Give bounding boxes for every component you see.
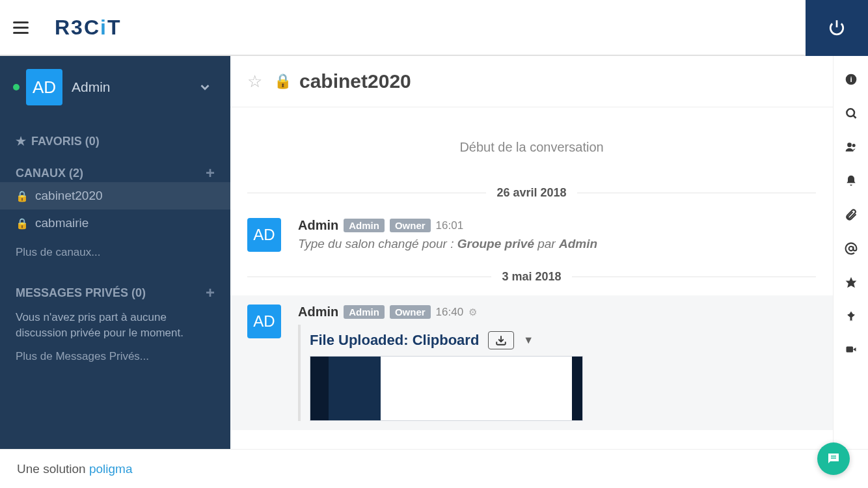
svg-rect-10: [846, 347, 853, 353]
search-icon[interactable]: [845, 107, 858, 122]
favorite-toggle[interactable]: ☆: [247, 72, 262, 92]
collapse-attachment-button[interactable]: ▼: [523, 334, 534, 346]
footer: Une solution poligma: [0, 449, 868, 488]
message-time: 16:40: [436, 306, 464, 319]
message-text: Type du salon changé pour : Groupe privé…: [298, 233, 816, 251]
sidebar-favoris-header[interactable]: ★FAVORIS (0): [16, 134, 215, 148]
add-dm-button[interactable]: +: [206, 284, 215, 302]
attachment-preview[interactable]: [310, 356, 583, 421]
pinned-icon[interactable]: [845, 310, 857, 325]
lock-icon: 🔒: [16, 190, 29, 202]
more-channels-link[interactable]: Plus de canaux...: [0, 237, 230, 268]
message-author[interactable]: Admin: [298, 305, 338, 319]
message-author[interactable]: Admin: [298, 218, 338, 233]
role-badge: Owner: [390, 305, 431, 319]
footer-text: Une solution poligma: [17, 462, 132, 476]
chat-icon: [826, 451, 841, 467]
info-icon[interactable]: i: [845, 73, 858, 88]
sidebar-canaux-header[interactable]: CANAUX (2)+: [16, 164, 215, 182]
channel-title: cabinet2020: [299, 70, 411, 92]
sidebar: AD Admin ★FAVORIS (0) CANAUX (2)+ 🔒cabin…: [0, 56, 230, 449]
lock-icon: 🔒: [16, 217, 29, 230]
chat-header: ☆ 🔒 cabinet2020: [230, 56, 833, 107]
dm-empty-text: Vous n'avez pris part à aucune discussio…: [0, 302, 230, 341]
chat-body[interactable]: Début de la conversation 26 avril 2018 A…: [230, 107, 833, 449]
chevron-down-icon: [198, 80, 212, 94]
mentions-icon[interactable]: [845, 242, 858, 258]
message-time: 16:01: [436, 219, 464, 232]
role-badge: Admin: [344, 305, 385, 319]
svg-marker-9: [845, 277, 856, 288]
role-badge: Owner: [390, 219, 431, 232]
avatar[interactable]: AD: [247, 218, 281, 252]
svg-text:i: i: [850, 75, 852, 83]
conversation-start-label: Début de la conversation: [247, 120, 816, 174]
date-separator: 26 avril 2018: [247, 186, 816, 200]
topbar: R3CiT: [0, 0, 868, 56]
sidebar-dm-header[interactable]: MESSAGES PRIVÉS (0)+: [16, 284, 215, 302]
avatar: AD: [26, 69, 62, 105]
svg-point-4: [847, 109, 854, 116]
menu-toggle[interactable]: [13, 20, 29, 35]
svg-point-6: [847, 142, 852, 147]
sidebar-item-cabinet2020[interactable]: 🔒cabinet2020: [0, 182, 230, 210]
date-separator: 3 mai 2018: [247, 270, 816, 284]
chat-fab[interactable]: [817, 442, 850, 475]
download-icon: [495, 334, 507, 346]
star-icon: ★: [16, 134, 26, 148]
avatar[interactable]: AD: [247, 305, 281, 338]
sidebar-item-cabmairie[interactable]: 🔒cabmairie: [0, 210, 230, 237]
message: AD Admin Admin Owner 16:40 ⚙ File Upload…: [230, 295, 833, 430]
role-badge: Admin: [344, 219, 385, 232]
right-toolbar: i: [833, 56, 868, 449]
svg-line-5: [853, 115, 856, 118]
message: AD Admin Admin Owner 16:01 Type du salon…: [247, 211, 816, 258]
svg-marker-11: [853, 347, 856, 351]
attachment: File Uploaded: Clipboard ▼: [298, 325, 816, 421]
attachments-icon[interactable]: [845, 208, 858, 224]
sidebar-user[interactable]: AD Admin: [0, 56, 230, 118]
add-channel-button[interactable]: +: [206, 164, 215, 182]
status-online-icon: [13, 84, 20, 90]
sidebar-username: Admin: [72, 79, 111, 95]
starred-icon[interactable]: [845, 276, 858, 291]
footer-link[interactable]: poligma: [89, 462, 133, 476]
more-dm-link[interactable]: Plus de Messages Privés...: [0, 341, 230, 372]
chat-area: ☆ 🔒 cabinet2020 Début de la conversation…: [230, 56, 833, 449]
notifications-icon[interactable]: [845, 174, 858, 190]
power-icon: [828, 19, 845, 36]
logo: R3CiT: [55, 16, 121, 40]
members-icon[interactable]: [844, 141, 858, 156]
svg-point-7: [852, 144, 855, 147]
message-actions-button[interactable]: ⚙: [468, 306, 477, 318]
video-icon[interactable]: [844, 344, 858, 358]
attachment-title[interactable]: File Uploaded: Clipboard: [310, 332, 479, 349]
download-button[interactable]: [488, 331, 514, 349]
lock-icon: 🔒: [274, 73, 292, 90]
power-button[interactable]: [806, 0, 868, 56]
